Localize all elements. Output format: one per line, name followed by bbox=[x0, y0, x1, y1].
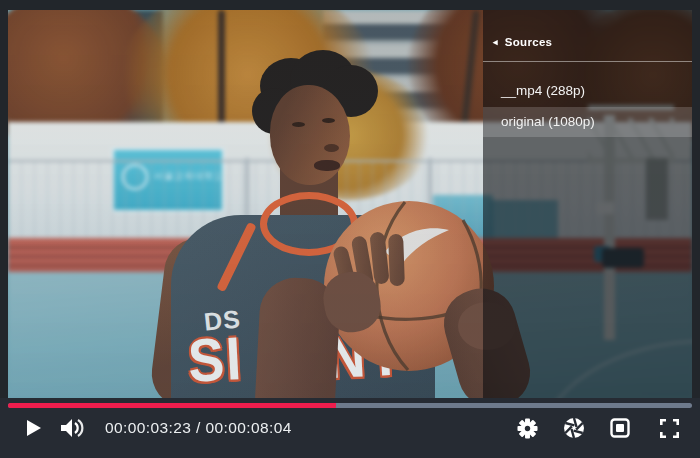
fullscreen-button[interactable] bbox=[657, 398, 681, 458]
time-display: 00:00:03:23 / 00:00:08:04 bbox=[105, 398, 292, 458]
source-option-original-1080p[interactable]: original (1080p) bbox=[483, 107, 692, 137]
athlete-finger bbox=[388, 234, 405, 286]
source-option-mp4-288p[interactable]: __mp4 (288p) bbox=[483, 76, 692, 106]
speaker-icon bbox=[60, 418, 84, 438]
pip-button[interactable] bbox=[608, 398, 632, 458]
volume-button[interactable] bbox=[58, 398, 86, 458]
sources-divider bbox=[483, 61, 692, 62]
pip-square-icon bbox=[610, 418, 630, 438]
sources-title: Sources bbox=[505, 36, 552, 48]
sources-panel: ◂ Sources __mp4 (288p) original (1080p) bbox=[483, 10, 692, 398]
back-arrow-icon: ◂ bbox=[493, 38, 498, 47]
fullscreen-icon bbox=[660, 419, 679, 438]
capture-button[interactable] bbox=[561, 398, 587, 458]
play-button[interactable] bbox=[24, 398, 44, 458]
jersey-text-left: SI bbox=[186, 323, 245, 395]
aperture-icon bbox=[563, 417, 585, 439]
sources-header[interactable]: ◂ Sources bbox=[493, 36, 552, 48]
settings-button[interactable] bbox=[515, 398, 539, 458]
athlete-eye bbox=[292, 122, 305, 127]
athlete-mouth bbox=[314, 160, 340, 171]
video-viewport[interactable]: 서울교육대학교 bbox=[8, 10, 692, 398]
gear-icon bbox=[517, 418, 538, 439]
athlete-nose bbox=[324, 144, 339, 152]
athlete-eye bbox=[322, 118, 335, 123]
control-bar: 00:00:03:23 / 00:00:08:04 bbox=[0, 398, 700, 458]
athlete-head bbox=[270, 85, 350, 185]
